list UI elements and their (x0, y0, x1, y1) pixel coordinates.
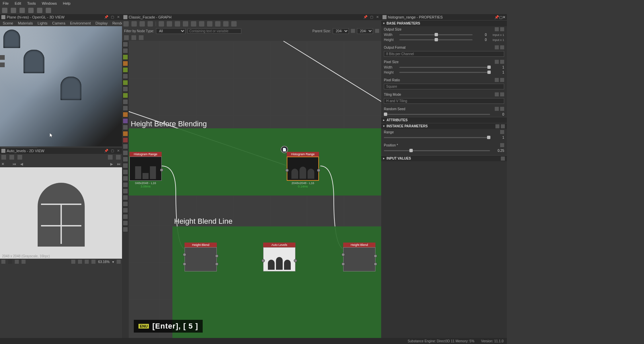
2d-viewport[interactable]: 2048 x 2048 (Grayscale, 16bpc) (0, 167, 122, 259)
reset-icon[interactable] (500, 27, 504, 31)
copy-icon[interactable] (495, 124, 499, 128)
parent-height-dropdown[interactable]: 2048 (357, 28, 373, 34)
pixel-width-slider[interactable] (399, 67, 490, 68)
channel-icon[interactable] (1, 260, 5, 264)
search-icon[interactable] (159, 21, 164, 27)
3d-menu-environment[interactable]: Environment (70, 21, 91, 25)
channel-icon[interactable] (15, 260, 19, 264)
palette-item[interactable] (123, 67, 128, 73)
toolbar-open-icon[interactable] (19, 8, 25, 13)
node-histogram-range[interactable]: 📄 Histogram Range 2048x2048 - L16 0.14ms (287, 152, 319, 188)
align2-icon[interactable] (231, 21, 237, 27)
toolbar-redo-icon[interactable] (46, 8, 51, 13)
input-port[interactable] (183, 253, 186, 256)
palette-item[interactable] (123, 131, 128, 136)
output-port[interactable] (374, 254, 377, 258)
menu-tools[interactable]: Tools (27, 1, 36, 5)
palette-item[interactable] (123, 195, 128, 200)
close-icon[interactable]: ✕ (502, 15, 506, 19)
new-icon[interactable] (1, 155, 6, 160)
subbar-icon[interactable] (131, 35, 136, 40)
random-seed-slider[interactable] (384, 114, 490, 115)
palette-item[interactable] (123, 227, 128, 232)
light-icon[interactable] (0, 62, 5, 67)
palette-item[interactable] (123, 99, 128, 104)
move-icon[interactable] (131, 21, 137, 27)
filter-text-input[interactable] (188, 29, 241, 34)
palette-item[interactable] (123, 48, 128, 53)
node-badge-icon[interactable]: 📄 (281, 146, 288, 153)
toolbar-save-icon[interactable] (28, 8, 34, 13)
pixel-ratio-dropdown[interactable]: Square (384, 84, 504, 89)
menu-windows[interactable]: Windows (42, 1, 57, 5)
copy-icon[interactable] (17, 155, 22, 160)
palette-item[interactable] (123, 42, 128, 47)
chevron-down-icon[interactable]: ▾ (112, 260, 114, 264)
refresh-icon[interactable] (207, 21, 212, 27)
palette-item[interactable] (123, 74, 128, 79)
palette-item[interactable] (123, 220, 128, 226)
inherit-icon[interactable] (495, 27, 499, 31)
inherit-icon[interactable] (495, 78, 499, 82)
tiling-mode-dropdown[interactable]: H and V Tiling (384, 98, 504, 104)
reset-icon[interactable] (501, 157, 505, 161)
menu-file[interactable]: File (3, 1, 9, 5)
restore-icon[interactable]: ▢ (110, 15, 115, 19)
section-attributes[interactable]: ▸ATTRIBUTES (381, 117, 507, 123)
palette-item[interactable] (123, 169, 128, 175)
palette-item[interactable] (123, 118, 128, 124)
close-icon[interactable]: ✕ (375, 15, 380, 19)
close-icon[interactable]: ✕ (116, 15, 121, 19)
subbar-icon[interactable] (139, 35, 144, 40)
subbar-icon[interactable] (124, 35, 129, 40)
inherit-icon[interactable] (495, 92, 499, 96)
play-icon[interactable]: ▶ (110, 162, 113, 166)
3d-menu-camera[interactable]: Camera (52, 21, 65, 25)
output-port[interactable] (160, 168, 163, 172)
play-back-icon[interactable]: ◀ (20, 162, 23, 166)
width-slider[interactable] (399, 34, 473, 35)
paste-icon[interactable] (501, 124, 505, 128)
pin-icon[interactable]: 📌 (494, 15, 499, 19)
next-icon[interactable]: ⏭ (117, 162, 121, 166)
palette-item[interactable] (123, 188, 128, 194)
3d-menu-scene[interactable]: Scene (3, 21, 13, 25)
info-icon[interactable] (148, 21, 153, 27)
input-port[interactable] (341, 253, 345, 256)
channel-icon[interactable] (22, 260, 26, 264)
zoom-icon[interactable] (175, 21, 180, 27)
close-icon[interactable]: ✕ (116, 148, 121, 153)
input-port[interactable] (183, 262, 186, 266)
restore-icon[interactable]: ▢ (499, 15, 502, 19)
fit-icon[interactable] (167, 21, 172, 27)
output-format-dropdown[interactable]: 8 Bits per Channel (384, 51, 504, 57)
3d-viewport[interactable] (0, 26, 122, 146)
menu-edit[interactable]: Edit (15, 1, 21, 5)
prev-icon[interactable]: ⏮ (12, 162, 16, 166)
input-port[interactable] (341, 262, 345, 266)
palette-item[interactable] (123, 150, 128, 156)
close-tab-icon[interactable]: ✕ (1, 162, 4, 166)
histogram-icon[interactable] (116, 155, 121, 160)
filter-type-dropdown[interactable]: All (156, 28, 186, 34)
reset-icon[interactable] (500, 92, 504, 96)
toolbar-home-icon[interactable] (2, 8, 7, 13)
inherit-icon[interactable] (495, 107, 499, 111)
channel-icon[interactable] (8, 260, 12, 264)
link-size-icon[interactable] (351, 29, 355, 33)
output-port[interactable] (317, 169, 320, 172)
palette-item[interactable] (123, 137, 128, 143)
select-icon[interactable] (123, 21, 129, 27)
parent-width-dropdown[interactable]: 2048 (333, 28, 349, 34)
reset-size-icon[interactable] (375, 29, 379, 33)
palette-item[interactable] (123, 112, 128, 117)
palette-item[interactable] (123, 176, 128, 181)
grid-icon[interactable] (71, 260, 75, 264)
reset-icon[interactable] (500, 143, 504, 147)
reset-icon[interactable] (500, 60, 504, 64)
grid-icon[interactable] (183, 21, 188, 27)
inherit-icon[interactable] (495, 60, 499, 64)
reset-icon[interactable] (500, 78, 504, 82)
palette-item[interactable] (123, 208, 128, 213)
palette-item[interactable] (123, 105, 128, 111)
